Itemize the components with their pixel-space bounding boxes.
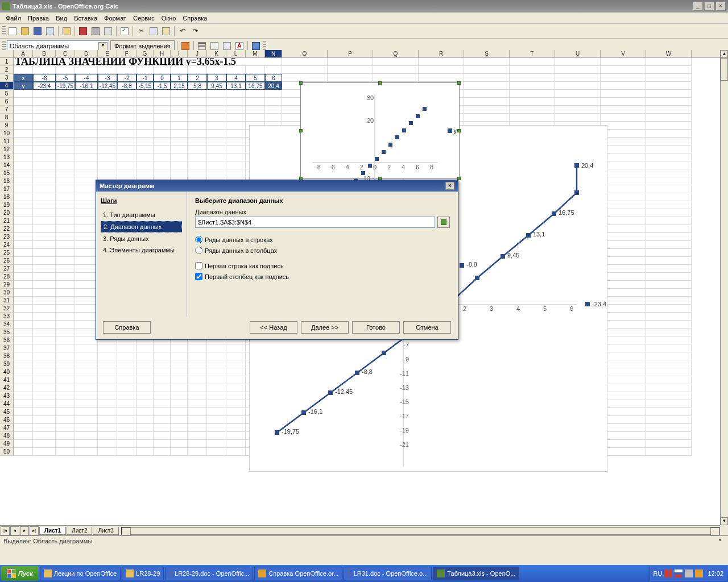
cell[interactable]	[98, 146, 117, 153]
cell[interactable]	[136, 344, 154, 352]
cell[interactable]	[75, 98, 98, 106]
cell[interactable]	[98, 440, 117, 448]
cell[interactable]	[282, 66, 328, 74]
cell[interactable]	[510, 106, 555, 114]
cell[interactable]	[226, 122, 246, 130]
cell[interactable]	[33, 400, 56, 408]
cell[interactable]	[646, 177, 692, 185]
cell[interactable]	[98, 114, 117, 122]
vertical-scrollbar[interactable]: ▲ ▼	[720, 50, 728, 525]
cell[interactable]	[328, 74, 373, 82]
back-button[interactable]: << Назад	[250, 321, 297, 334]
col-header[interactable]: A	[14, 50, 33, 57]
cell[interactable]	[75, 146, 98, 153]
cell[interactable]	[171, 161, 188, 169]
cell[interactable]	[207, 400, 226, 408]
cell[interactable]	[207, 169, 226, 177]
row-header[interactable]: 27	[0, 265, 14, 273]
col-header[interactable]: G	[136, 50, 154, 57]
cell[interactable]	[75, 384, 98, 392]
cell[interactable]	[56, 313, 75, 321]
cell[interactable]	[33, 273, 56, 281]
col-header[interactable]: O	[282, 50, 328, 57]
step-data-range[interactable]: 2. Диапазон данных	[101, 221, 182, 232]
cell[interactable]	[188, 98, 207, 106]
cell[interactable]	[601, 58, 646, 66]
cell[interactable]	[75, 392, 98, 400]
cell[interactable]	[646, 344, 692, 352]
cell[interactable]	[75, 249, 98, 257]
check-first-row[interactable]	[195, 262, 202, 269]
cell[interactable]	[98, 392, 117, 400]
cell[interactable]	[171, 90, 188, 98]
open-button[interactable]	[19, 26, 31, 37]
cell[interactable]	[98, 153, 117, 161]
cell[interactable]	[601, 74, 646, 82]
cell[interactable]	[98, 368, 117, 376]
cell[interactable]	[75, 352, 98, 360]
cell[interactable]	[265, 90, 282, 98]
row-header[interactable]: 49	[0, 440, 14, 448]
preview-button[interactable]	[102, 26, 114, 37]
cell[interactable]	[282, 58, 328, 66]
radio-series-cols[interactable]	[195, 247, 202, 254]
row-header[interactable]: 41	[0, 376, 14, 384]
cell[interactable]	[117, 66, 136, 74]
cell[interactable]	[555, 90, 601, 98]
wizard-close-button[interactable]: ×	[445, 182, 454, 190]
cell[interactable]	[136, 408, 154, 416]
cell[interactable]	[98, 376, 117, 384]
cell[interactable]	[33, 209, 56, 217]
cell[interactable]	[75, 153, 98, 161]
menu-help[interactable]: Справка	[179, 14, 210, 23]
col-header[interactable]: B	[33, 50, 56, 57]
cell[interactable]	[33, 265, 56, 273]
cell[interactable]	[510, 82, 555, 90]
col-header[interactable]: M	[246, 50, 265, 57]
cell[interactable]	[136, 66, 154, 74]
scroll-down-button[interactable]: ▼	[721, 517, 728, 525]
clock[interactable]: 12:02	[708, 570, 723, 577]
cell[interactable]: -23,4	[33, 82, 56, 90]
cell[interactable]	[75, 90, 98, 98]
cell[interactable]	[75, 408, 98, 416]
cell[interactable]	[207, 440, 226, 448]
save-button[interactable]	[32, 26, 43, 37]
cell[interactable]: 9,45	[207, 82, 226, 90]
col-header[interactable]: K	[207, 50, 226, 57]
cell[interactable]	[646, 169, 692, 177]
cell[interactable]	[646, 257, 692, 265]
cell[interactable]	[136, 368, 154, 376]
cell[interactable]	[14, 249, 33, 257]
cell[interactable]	[14, 344, 33, 352]
cell[interactable]	[646, 336, 692, 344]
cell[interactable]	[75, 376, 98, 384]
row-header[interactable]: 47	[0, 424, 14, 432]
cell[interactable]	[56, 153, 75, 161]
col-header[interactable]: W	[646, 50, 692, 57]
cell[interactable]	[154, 146, 171, 153]
col-header[interactable]: N	[265, 50, 282, 57]
row-header[interactable]: 19	[0, 201, 14, 209]
cell[interactable]	[464, 106, 510, 114]
row-header[interactable]: 21	[0, 217, 14, 225]
cell[interactable]	[555, 58, 601, 66]
cell[interactable]	[154, 352, 171, 360]
row-header[interactable]: 30	[0, 289, 14, 297]
cell[interactable]	[510, 90, 555, 98]
cell[interactable]	[419, 74, 464, 82]
cell[interactable]	[171, 440, 188, 448]
cell[interactable]	[188, 161, 207, 169]
row-header[interactable]: 10	[0, 130, 14, 138]
cell[interactable]	[56, 305, 75, 313]
cell[interactable]	[226, 169, 246, 177]
cell[interactable]	[33, 233, 56, 241]
cell[interactable]	[14, 106, 33, 114]
col-header[interactable]: L	[226, 50, 246, 57]
cell[interactable]	[56, 297, 75, 305]
cell[interactable]	[188, 376, 207, 384]
cell[interactable]	[646, 273, 692, 281]
cell[interactable]	[154, 114, 171, 122]
cell[interactable]	[207, 448, 226, 456]
cell[interactable]	[154, 153, 171, 161]
